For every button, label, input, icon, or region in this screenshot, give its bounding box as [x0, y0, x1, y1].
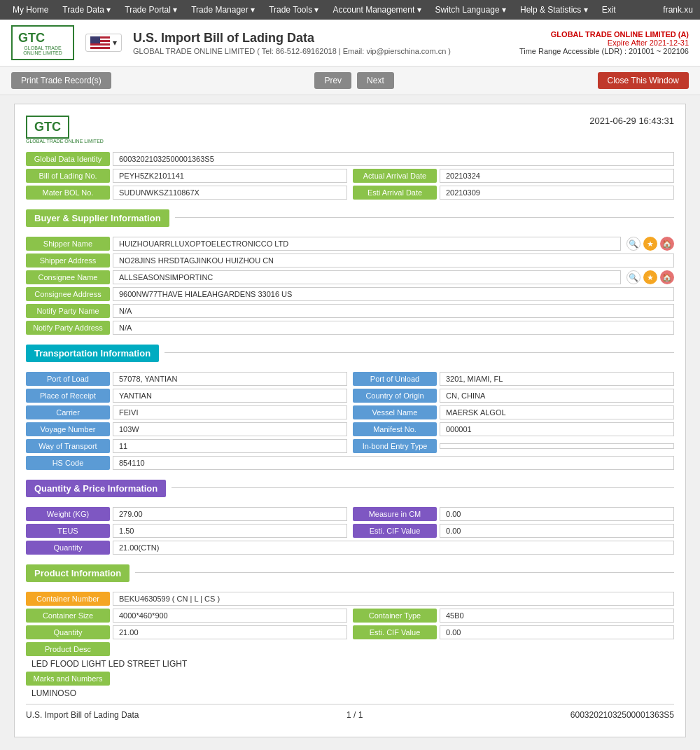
buyer-supplier-section-header: Buyer & Supplier Information	[26, 202, 674, 232]
time-range: Time Range Accessible (LDR) : 201001 ~ 2…	[519, 47, 689, 55]
top-navigation: My Home Trade Data ▾ Trade Portal ▾ Trad…	[0, 0, 700, 20]
port-load-value: 57078, YANTIAN	[113, 372, 347, 386]
esti-arrival-label: Esti Arrival Date	[353, 186, 437, 200]
notify-party-address-value: N/A	[113, 321, 674, 335]
document-card: GTC GLOBAL TRADE ONLINE LIMITED 2021-06-…	[14, 104, 686, 737]
global-data-identity-value: 60032021032500001363S5	[113, 152, 674, 166]
product-qty-label: Quantity	[26, 625, 110, 639]
nav-switch-language[interactable]: Switch Language ▾	[430, 2, 512, 18]
prev-button-top[interactable]: Prev	[314, 72, 351, 89]
product-cif-value: 0.00	[440, 625, 674, 639]
consignee-name-row: Consignee Name ALLSEASONSIMPORTINC 🔍 ★ 🏠	[26, 270, 674, 284]
nav-account-management[interactable]: Account Management ▾	[328, 2, 427, 18]
document-header: GTC GLOBAL TRADE ONLINE LIMITED 2021-06-…	[26, 116, 674, 144]
language-flag[interactable]: ▾	[85, 34, 122, 52]
way-transport-value: 11	[113, 439, 347, 453]
product-desc-label-row: Product Desc	[26, 642, 674, 656]
header-middle: U.S. Import Bill of Lading Data GLOBAL T…	[133, 31, 508, 55]
port-load-label: Port of Load	[26, 372, 110, 386]
notify-party-address-row: Notify Party Address N/A	[26, 321, 674, 335]
port-row: Port of Load 57078, YANTIAN Port of Unlo…	[26, 372, 674, 386]
notify-party-name-value: N/A	[113, 304, 674, 318]
nav-trade-manager[interactable]: Trade Manager ▾	[186, 2, 260, 18]
measure-label: Measure in CM	[353, 507, 437, 521]
receipt-label: Place of Receipt	[26, 389, 110, 403]
product-section-header: Product Information	[26, 557, 674, 588]
consignee-name-label: Consignee Name	[26, 270, 110, 284]
global-data-identity-label: Global Data Identity	[26, 152, 110, 166]
product-qty-value: 21.00	[113, 625, 347, 639]
document-logo-area: GTC GLOBAL TRADE ONLINE LIMITED	[26, 116, 104, 144]
shipper-search-icon[interactable]: 🔍	[626, 237, 640, 251]
carrier-label: Carrier	[26, 405, 110, 419]
page-header: GTC GLOBAL TRADE ONLINE LIMITED ▾ U.S. I…	[0, 20, 700, 67]
shipper-home-icon[interactable]: 🏠	[660, 237, 674, 251]
container-size-type-row: Container Size 4000*460*900 Container Ty…	[26, 609, 674, 623]
marks-label-row: Marks and Numbers	[26, 672, 674, 686]
esti-arrival-value: 20210309	[440, 186, 674, 200]
nav-trade-portal[interactable]: Trade Portal ▾	[119, 2, 183, 18]
weight-measure-row: Weight (KG) 279.00 Measure in CM 0.00	[26, 507, 674, 521]
esti-arrival-pair: Esti Arrival Date 20210309	[353, 186, 674, 200]
carrier-pair: Carrier FEIVI	[26, 405, 347, 419]
nav-help-statistics[interactable]: Help & Statistics ▾	[514, 2, 594, 18]
container-type-label: Container Type	[353, 609, 437, 623]
product-cif-label: Esti. CIF Value	[353, 625, 437, 639]
next-button-top[interactable]: Next	[357, 72, 394, 89]
qty-label: Quantity	[26, 541, 110, 555]
nav-items-left: My Home Trade Data ▾ Trade Portal ▾ Trad…	[7, 2, 622, 18]
actual-arrival-value: 20210324	[440, 169, 674, 183]
product-qty-pair: Quantity 21.00	[26, 625, 347, 639]
buyer-supplier-line	[175, 217, 674, 218]
qty-price-section-header: Quantity & Price Information	[26, 473, 674, 503]
hs-code-value: 854110	[113, 456, 674, 470]
bol-label: Bill of Lading No.	[26, 169, 110, 183]
flag-dropdown-arrow: ▾	[113, 38, 117, 48]
carrier-value: FEIVI	[113, 405, 347, 419]
container-number-label: Container Number	[26, 592, 110, 606]
transportation-line	[164, 352, 674, 353]
document-footer: U.S. Import Bill of Lading Data 1 / 1 60…	[26, 704, 674, 725]
bol-row: Bill of Lading No. PEYH5ZK2101141 Actual…	[26, 169, 674, 183]
container-size-pair: Container Size 4000*460*900	[26, 609, 347, 623]
container-type-value: 45B0	[440, 609, 674, 623]
teus-cif-row: TEUS 1.50 Esti. CIF Value 0.00	[26, 524, 674, 538]
port-unload-value: 3201, MIAMI, FL	[440, 372, 674, 386]
shipper-star-icon[interactable]: ★	[643, 237, 657, 251]
consignee-search-icon[interactable]: 🔍	[626, 270, 640, 284]
expire-date: Expire After 2021-12-31	[519, 39, 689, 47]
consignee-home-icon[interactable]: 🏠	[660, 270, 674, 284]
nav-trade-tools[interactable]: Trade Tools ▾	[263, 2, 324, 18]
inbond-pair: In-bond Entry Type	[353, 439, 674, 453]
notify-party-name-label: Notify Party Name	[26, 304, 110, 318]
company-name: GLOBAL TRADE ONLINE LIMITED (A)	[519, 30, 689, 39]
bol-value: PEYH5ZK2101141	[113, 169, 347, 183]
voyage-manifest-row: Voyage Number 103W Manifest No. 000001	[26, 422, 674, 436]
logo-box: GTC GLOBAL TRADE ONLINE LIMITED	[11, 25, 74, 60]
logo-subtitle: GLOBAL TRADE ONLINE LIMITED	[18, 46, 67, 55]
close-button-top[interactable]: Close This Window	[598, 72, 689, 89]
nav-exit[interactable]: Exit	[596, 2, 622, 18]
header-subtitle: GLOBAL TRADE ONLINE LIMITED ( Tel: 86-51…	[133, 47, 508, 55]
master-bol-value: SUDUNWKSZ110867X	[113, 186, 347, 200]
consignee-name-pair: Consignee Name ALLSEASONSIMPORTINC	[26, 270, 621, 284]
consignee-address-value: 9600NW77THAVE HIALEAHGARDENS 33016 US	[113, 287, 674, 301]
doc-logo: GTC	[26, 116, 69, 139]
measure-value: 0.00	[440, 507, 674, 521]
print-button-top[interactable]: Print Trade Record(s)	[11, 72, 111, 89]
manifest-value: 000001	[440, 422, 674, 436]
weight-label: Weight (KG)	[26, 507, 110, 521]
nav-trade-data[interactable]: Trade Data ▾	[57, 2, 116, 18]
teus-label: TEUS	[26, 524, 110, 538]
top-toolbar: Print Trade Record(s) Prev Next Close Th…	[0, 67, 700, 95]
doc-footer-record-id: 60032021032500001363S5	[570, 710, 674, 720]
nav-my-home[interactable]: My Home	[7, 2, 54, 18]
product-title: Product Information	[26, 564, 130, 582]
master-bol-label: Mater BOL No.	[26, 186, 110, 200]
header-right: GLOBAL TRADE ONLINE LIMITED (A) Expire A…	[519, 30, 689, 55]
vessel-value: MAERSK ALGOL	[440, 405, 674, 419]
inbond-label: In-bond Entry Type	[353, 439, 437, 453]
container-number-value: BEKU4630599 ( CN | L | CS )	[113, 592, 674, 606]
consignee-star-icon[interactable]: ★	[643, 270, 657, 284]
shipper-address-row: Shipper Address NO28JINS HRSDTAGJINKOU H…	[26, 254, 674, 268]
